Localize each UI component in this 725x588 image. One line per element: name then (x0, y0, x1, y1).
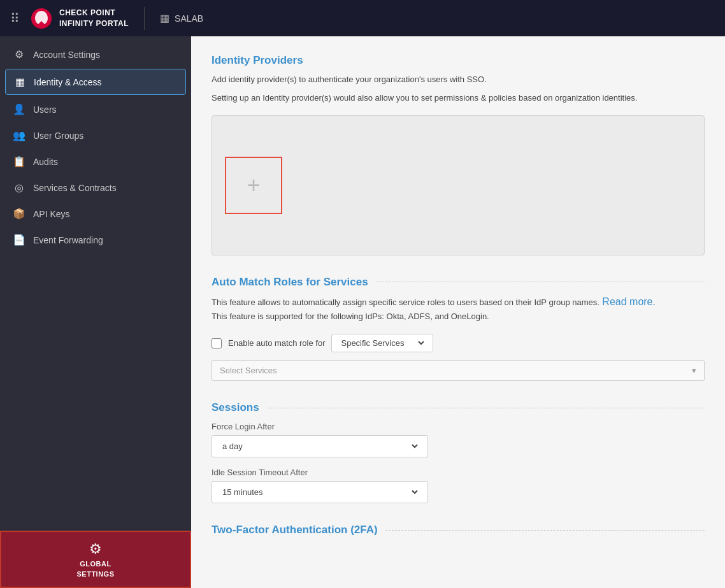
read-more-link[interactable]: Read more. (602, 296, 656, 307)
force-login-label: Force Login After (212, 422, 705, 431)
app-name: CHECK POINT INFINITY PORTAL (59, 8, 129, 29)
auto-match-desc1: This feature allows to automatically ass… (212, 298, 599, 307)
sidebar-item-api-keys[interactable]: 📦 API Keys (0, 201, 191, 227)
sidebar-item-event-forwarding[interactable]: 📄 Event Forwarding (0, 227, 191, 253)
services-icon: ◎ (13, 182, 25, 194)
sidebar-item-user-groups[interactable]: 👥 User Groups (0, 122, 191, 148)
sidebar-item-label: User Groups (33, 131, 83, 141)
org-icon: ▦ (160, 12, 169, 24)
sidebar: ⚙ Account Settings ▦ Identity & Access 👤… (0, 36, 191, 588)
idle-timeout-label: Idle Session Timeout After (212, 468, 705, 477)
force-login-dropdown[interactable]: a day 12 hours 2 days Never (220, 441, 420, 452)
twofa-header: Two-Factor Authentication (2FA) (212, 524, 705, 536)
force-login-field: Force Login After a day 12 hours 2 days … (212, 422, 705, 457)
main-content: Identity Providers Add identity provider… (191, 36, 725, 588)
sessions-divider (267, 408, 705, 408)
sidebar-item-label: Services & Contracts (33, 183, 117, 193)
sessions-header: Sessions (212, 401, 705, 414)
org-info: ▦ SALAB (160, 12, 203, 24)
app-header: ⠿ CHECK POINT INFINITY PORTAL ▦ SALAB (0, 0, 725, 36)
sidebar-item-account-settings[interactable]: ⚙ Account Settings (0, 41, 191, 68)
checkpoint-logo-icon (30, 7, 53, 30)
event-forwarding-icon: 📄 (13, 234, 25, 246)
api-keys-icon: 📦 (13, 208, 25, 220)
specific-services-dropdown[interactable]: Specific Services All Services (331, 334, 433, 352)
global-settings-label: GLOBAL (80, 560, 111, 568)
sidebar-item-label: Account Settings (33, 50, 100, 60)
identity-providers-desc2: Setting up an Identity provider(s) would… (212, 92, 705, 105)
idle-timeout-dropdown[interactable]: 15 minutes 30 minutes 1 hour Never (220, 487, 420, 498)
sidebar-item-label: Event Forwarding (33, 235, 103, 245)
user-groups-icon: 👥 (13, 129, 25, 141)
specific-services-select[interactable]: Specific Services All Services (338, 338, 426, 348)
sessions-title: Sessions (212, 401, 259, 414)
select-services-placeholder: Select Services (220, 366, 277, 375)
audits-icon: 📋 (13, 155, 25, 168)
identity-providers-desc1: Add identity provider(s) to authenticate… (212, 73, 705, 87)
auto-match-desc: This feature allows to automatically ass… (212, 296, 705, 324)
select-services-chevron: ▾ (692, 366, 696, 375)
settings-icon: ⚙ (13, 48, 25, 61)
enable-label: Enable auto match role for (228, 338, 325, 348)
sidebar-item-identity-access[interactable]: ▦ Identity & Access (5, 69, 186, 95)
enable-auto-match-row: Enable auto match role for Specific Serv… (212, 334, 705, 352)
idle-timeout-select[interactable]: 15 minutes 30 minutes 1 hour Never (212, 481, 428, 503)
auto-match-section: Auto Match Roles for Services This featu… (212, 276, 705, 382)
identity-icon: ▦ (13, 76, 26, 88)
sidebar-nav: ⚙ Account Settings ▦ Identity & Access 👤… (0, 36, 191, 531)
sidebar-item-services-contracts[interactable]: ◎ Services & Contracts (0, 175, 191, 201)
grid-icon[interactable]: ⠿ (10, 11, 20, 26)
global-settings-label2: SETTINGS (76, 570, 114, 578)
select-services-input[interactable]: Select Services ▾ (212, 360, 705, 381)
sidebar-item-label: Identity & Access (34, 77, 102, 87)
sidebar-item-audits[interactable]: 📋 Audits (0, 148, 191, 175)
add-idp-button[interactable]: + (225, 157, 282, 214)
sidebar-item-label: Users (33, 104, 57, 115)
user-icon: 👤 (13, 103, 25, 115)
auto-match-header: Auto Match Roles for Services (212, 276, 705, 289)
idle-timeout-field: Idle Session Timeout After 15 minutes 30… (212, 468, 705, 503)
select-services-row: Select Services ▾ (212, 360, 705, 381)
twofa-title: Two-Factor Authentication (2FA) (212, 524, 378, 536)
sidebar-item-label: API Keys (33, 209, 70, 219)
auto-match-divider (376, 282, 705, 282)
sidebar-item-users[interactable]: 👤 Users (0, 96, 191, 122)
twofa-divider (385, 530, 705, 531)
global-settings-icon: ⚙ (89, 541, 102, 557)
sidebar-item-label: Audits (33, 157, 58, 167)
identity-providers-section: Identity Providers Add identity provider… (212, 54, 705, 255)
app-logo: CHECK POINT INFINITY PORTAL (30, 7, 145, 30)
idp-container: + (212, 115, 705, 255)
identity-providers-title: Identity Providers (212, 54, 705, 67)
twofa-section: Two-Factor Authentication (2FA) (212, 524, 705, 536)
auto-match-title: Auto Match Roles for Services (212, 276, 368, 289)
org-name: SALAB (175, 13, 203, 24)
force-login-select[interactable]: a day 12 hours 2 days Never (212, 435, 428, 457)
sessions-section: Sessions Force Login After a day 12 hour… (212, 401, 705, 503)
global-settings-button[interactable]: ⚙ GLOBAL SETTINGS (0, 531, 191, 588)
auto-match-desc2: This feature is supported for the follow… (212, 310, 705, 324)
enable-auto-match-checkbox[interactable] (212, 338, 222, 348)
